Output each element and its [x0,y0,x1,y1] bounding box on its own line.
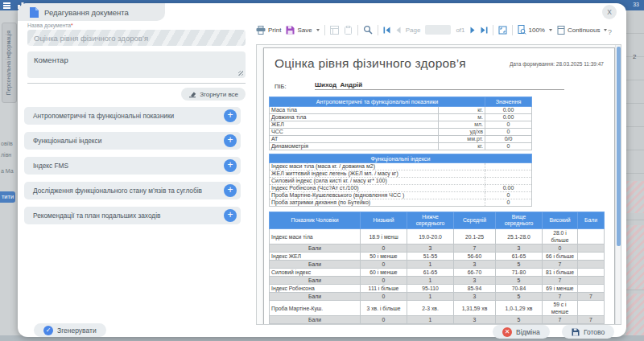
table-header: Середній [454,212,496,229]
toolbar-separator [324,25,325,35]
table-header: Бали [578,212,605,229]
print-button[interactable]: Print [256,26,281,35]
eraser-icon [188,91,196,98]
section-label: Рекомендації та план подальших заходів [33,212,160,220]
done-button[interactable]: Готово [562,325,614,339]
table-row: Індекс маси тіла (маса кг. / довжина м2) [270,163,532,170]
table-row: Динамометрія кг. 0 [270,143,532,150]
parameters-icon [344,26,353,35]
save-done-icon [572,328,580,336]
modal-title: Редагування документа [44,8,129,17]
comment-input[interactable] [27,51,246,78]
table-row: ЖЕЛ мл. 0 [270,121,532,129]
table-header: Вище середнього [496,212,543,229]
layout-icon [557,26,565,35]
table-row: ЧСС уд/хв 0 [270,129,532,136]
cancel-icon: ✕ [502,327,512,337]
table-row: Бали013577 [270,316,605,324]
page-label: Page [406,27,421,34]
expand-plus-icon[interactable]: + [224,109,237,122]
table-row: Індекс Робінсона (Чсс?Ат ст./100) 0.00 [270,185,532,192]
expand-plus-icon[interactable]: + [224,209,237,222]
zoom-select[interactable]: 100% [518,25,552,35]
document-page: Оцінка рівня фізичного здоров’я Дата фор… [263,47,615,325]
table-header: Високий [543,212,578,229]
document-title: Оцінка рівня фізичного здоров’я [275,56,466,71]
search-icon[interactable] [363,25,373,35]
close-button[interactable]: X [602,5,617,19]
name-label: Назва документа* [27,23,246,28]
striped-row [626,294,644,341]
divider [27,83,246,84]
scores-table: Показник ЧоловікиНизькийНижче середнього… [269,212,605,325]
table-row: Індекс ЖЕЛ50 і менше51-5556-6061-6566 і … [270,253,605,261]
section-label: Антропометричні та функціональні показни… [33,112,174,120]
expand-plus-icon[interactable]: + [224,134,237,147]
table-row: Бали03730 [270,244,605,253]
save-button[interactable]: Save [286,26,319,35]
next-page-button[interactable] [470,27,476,34]
table-row: Індекс маси тіла18.9 і менш19.0-20.020.1… [270,229,605,244]
background-text-fragment: овіїв [1,138,14,150]
collapsible-section[interactable]: Дослідження функціонального стану м’язів… [24,182,241,199]
scrollbar[interactable] [615,45,621,324]
form-panel: Назва документа* Згорнути все Антропомет… [27,23,246,232]
personal-info-tab[interactable]: Персональна інформація [2,23,17,103]
table-row: Індекс Робінсона111 і більше95-11085-947… [270,285,605,293]
collapsible-section[interactable]: Індекс FMS + [24,157,241,175]
background-text-fragment: лівн [1,150,14,161]
table-row: ЖЕЛ життєвий індекс легень (ЖЕЛ мл. / ма… [270,170,532,178]
striped-row [626,225,644,290]
collapsible-section[interactable]: Рекомендації та план подальших заходів + [24,207,241,224]
table-header: Значення [485,97,532,107]
indices-table: Функціональні індекси Індекс маси тіла (… [269,154,532,207]
table-row: Силовий індекс (сила кисті кг. / масу кг… [270,178,532,185]
table-header: Функціональні індекси [270,154,532,163]
screen: 33 Персональна інформація овіївлівна Ма … [0,0,644,341]
first-page-button[interactable] [383,27,390,34]
background-page-right: 2 [626,10,644,341]
edit-document-modal: Редагування документа X Назва документа*… [18,3,626,337]
anthropometric-table: Антропометричні та функціональні показни… [269,97,532,150]
collapsible-section[interactable]: Антропометричні та функціональні показни… [24,107,241,125]
page-zoom-icon [518,25,526,35]
document-name-input[interactable] [27,30,246,46]
toolbar-separator [493,25,493,35]
table-header: Антропометричні та функціональні показни… [270,97,485,107]
viewer-toolbar: Print Save [256,22,607,38]
cancel-button[interactable]: ✕ Відміна [493,325,550,339]
view-mode-select[interactable]: Continuous [557,26,607,35]
table-row: Проба Мартіне-Кушелевського (відновлення… [270,192,532,199]
help-button[interactable]: ? [608,28,612,36]
resize-handle-icon[interactable] [238,71,243,76]
page-count: of1 [456,27,464,34]
expand-plus-icon[interactable]: + [224,159,237,172]
expand-plus-icon[interactable]: + [224,184,237,197]
page-number-input[interactable] [425,25,451,35]
personal-info-tab-label: Персональна інформація [6,31,13,95]
pib-label: ПІБ: [275,83,315,90]
table-header: Нижче середнього [407,212,454,229]
preview-container: Оцінка рівня фізичного здоров’я Дата фор… [256,44,621,325]
table-row: Проба Мартіне-Куш.3 хв. і більше2-3 хв.1… [270,301,605,316]
document-map-icon [330,26,339,35]
toolbar-separator [512,25,513,35]
fit-page-icon[interactable] [498,26,507,35]
check-icon: ✓ [43,326,53,335]
collapsible-section[interactable]: Функціональні індекси + [24,132,241,150]
generate-button[interactable]: ✓ Згенерувати [34,323,106,337]
section-label: Індекс FMS [33,162,68,170]
scrollbar-thumb[interactable] [617,47,621,246]
table-row: Маса тіла кг. 0.00 [270,107,532,114]
required-asterisk: * [71,23,73,28]
toolbar-separator [357,25,358,35]
last-page-button[interactable] [481,27,488,34]
collapse-all-button[interactable]: Згорнути все [181,88,246,101]
table-row: Довжина тіла м. 0.00 [270,114,532,121]
table-row: Бали01357 [270,261,605,269]
table-header: Низький [361,212,407,229]
printer-icon [256,26,266,35]
modal-header: Редагування документа [18,3,165,21]
table-header: Показник Чоловіки [270,212,361,229]
menu-icon[interactable] [3,2,10,10]
